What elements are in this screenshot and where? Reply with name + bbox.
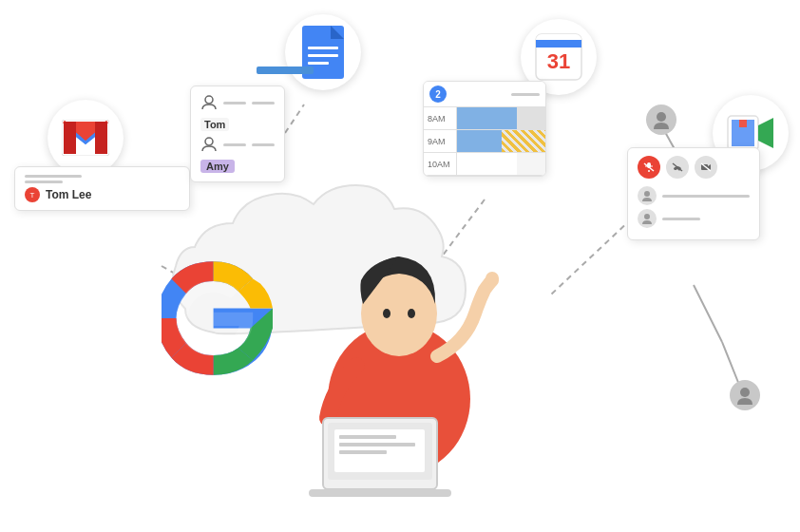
svg-rect-48	[339, 435, 396, 439]
svg-line-1	[285, 104, 304, 133]
svg-point-42	[383, 309, 390, 318]
person-icon-2	[200, 136, 218, 153]
cal-time-10am: 10AM	[424, 153, 457, 175]
cal-badge: 2	[429, 86, 447, 103]
svg-rect-49	[339, 443, 415, 446]
meet-avatar-1	[638, 186, 657, 205]
floating-avatar-top	[646, 104, 676, 135]
person-icon-1	[200, 94, 218, 111]
gmail-avatar: T	[25, 187, 40, 202]
svg-point-43	[408, 309, 415, 318]
cal-header: 2	[424, 82, 545, 107]
svg-rect-50	[339, 450, 387, 454]
svg-point-36	[644, 214, 650, 219]
gmail-bar-1	[25, 175, 82, 178]
cal-time-9am: 9AM	[424, 130, 457, 152]
svg-rect-12	[64, 122, 76, 154]
video-off-btn[interactable]	[695, 156, 717, 179]
meet-participant-2	[638, 209, 750, 228]
meet-controls	[638, 156, 750, 179]
svg-rect-20	[308, 62, 329, 65]
cal-row-10am: 10AM	[424, 153, 545, 176]
google-g-logo	[162, 256, 285, 380]
meet-card	[627, 147, 760, 240]
gmail-card: T Tom Lee	[14, 166, 190, 211]
svg-rect-19	[308, 54, 338, 57]
svg-line-4	[694, 285, 722, 342]
svg-point-37	[657, 112, 666, 122]
floating-avatar-bottom	[730, 380, 760, 410]
svg-point-14	[205, 96, 213, 104]
gmail-user-row: T Tom Lee	[25, 187, 180, 202]
name-amy: Amy	[200, 160, 235, 173]
cal-row-8am: 8AM	[424, 107, 545, 130]
name-tom: Tom	[200, 118, 229, 131]
svg-rect-18	[308, 47, 338, 49]
svg-line-31	[673, 163, 682, 171]
svg-rect-51	[309, 489, 451, 497]
call-end-btn[interactable]	[666, 156, 689, 179]
meet-participant-1	[638, 186, 750, 205]
person-illustration	[276, 190, 523, 504]
calendar-card: 2 8AM 9AM 10AM	[423, 81, 546, 177]
cal-row-9am: 9AM	[424, 130, 545, 153]
svg-line-3	[551, 218, 632, 294]
svg-text:31: 31	[547, 49, 570, 73]
mic-muted-btn[interactable]	[638, 156, 660, 179]
svg-rect-23	[536, 40, 581, 48]
gmail-bar-2	[25, 180, 63, 183]
docs-icon	[285, 14, 361, 90]
svg-rect-13	[95, 122, 107, 154]
cal-time-8am: 8AM	[424, 107, 457, 129]
docs-accent-bar	[257, 66, 314, 74]
svg-point-15	[205, 138, 213, 145]
gmail-user-name: Tom Lee	[46, 188, 91, 201]
svg-point-38	[740, 388, 750, 397]
svg-marker-26	[758, 118, 773, 148]
contact-row-1	[200, 94, 275, 111]
contacts-card: Tom Amy	[190, 86, 285, 182]
main-scene: T Tom Lee Tom Amy	[0, 0, 800, 532]
contact-row-2	[200, 136, 275, 153]
gmail-icon	[48, 100, 124, 176]
meet-avatar-2	[638, 209, 657, 228]
svg-point-44	[486, 272, 499, 285]
svg-point-35	[644, 191, 650, 197]
